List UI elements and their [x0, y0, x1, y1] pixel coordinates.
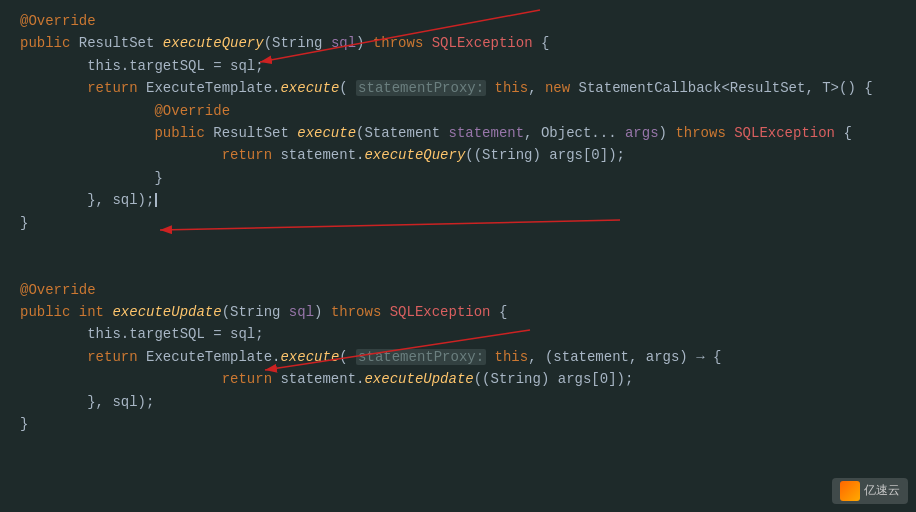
code-line: return ExecuteTemplate.execute( statemen…	[20, 346, 896, 368]
code-line	[20, 256, 896, 278]
code-line: return ExecuteTemplate.execute( statemen…	[20, 77, 896, 99]
code-line: return statement.executeUpdate((String) …	[20, 368, 896, 390]
code-line: public int executeUpdate(String sql) thr…	[20, 301, 896, 323]
code-line: @Override	[20, 10, 896, 32]
code-line: public ResultSet executeQuery(String sql…	[20, 32, 896, 54]
code-line: public ResultSet execute(Statement state…	[20, 122, 896, 144]
code-line: }, sql);	[20, 189, 896, 211]
code-line	[20, 234, 896, 256]
code-line: this.targetSQL = sql;	[20, 323, 896, 345]
watermark-logo	[840, 481, 860, 501]
code-line: }, sql);	[20, 391, 896, 413]
code-line: this.targetSQL = sql;	[20, 55, 896, 77]
code-line: @Override	[20, 279, 896, 301]
watermark: 亿速云	[832, 478, 908, 504]
code-editor: @Overridepublic ResultSet executeQuery(S…	[0, 0, 916, 445]
watermark-text: 亿速云	[864, 481, 900, 500]
code-line: }	[20, 413, 896, 435]
code-line: @Override	[20, 100, 896, 122]
code-line: }	[20, 212, 896, 234]
code-line: return statement.executeQuery((String) a…	[20, 144, 896, 166]
code-line: }	[20, 167, 896, 189]
